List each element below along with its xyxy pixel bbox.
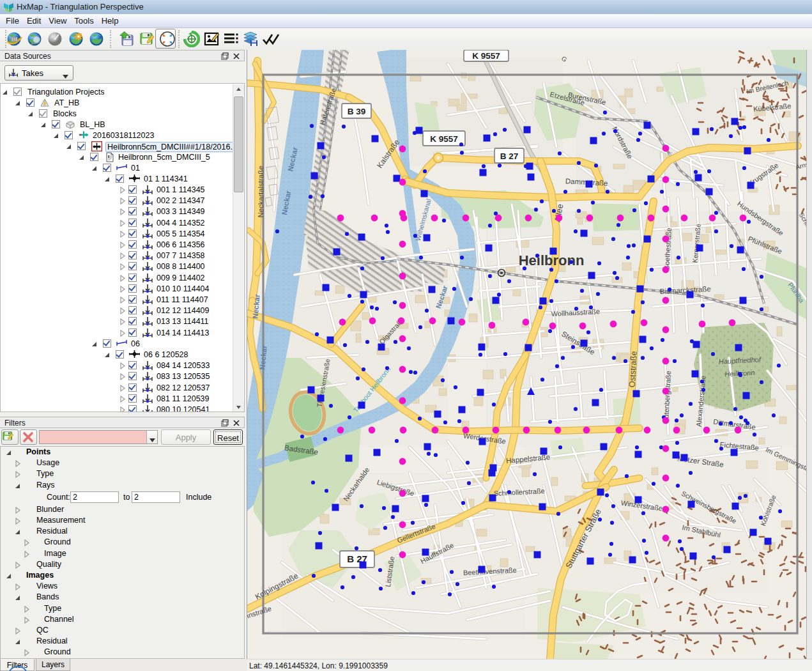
svg-text:Etzelstraße: Etzelstraße [584,96,588,97]
svg-text:K 9557: K 9557 [472,51,500,61]
svg-text:Heilbronn: Heilbronn [519,252,585,268]
svg-text:B 27: B 27 [500,151,519,161]
svg-text:K 9557: K 9557 [430,134,458,144]
svg-text:B 39: B 39 [348,107,366,116]
svg-text:Oststraße: Oststraße [627,351,639,388]
svg-text:Neckartalstraße: Neckartalstraße [257,166,264,217]
